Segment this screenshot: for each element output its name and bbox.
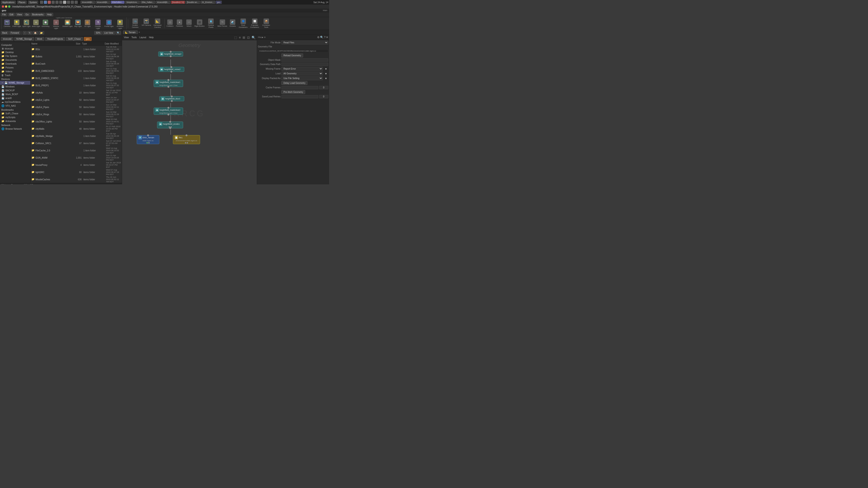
props-displaypacked-arrow[interactable]: ▼ xyxy=(324,77,328,80)
camera-tool[interactable]: 📷 Camera xyxy=(2,19,11,30)
ne-icon-zoom-in[interactable]: 🔍 xyxy=(251,36,256,39)
help-menu[interactable]: Help xyxy=(46,13,53,16)
distant-light-tool[interactable]: 🌅 Distant Light xyxy=(62,19,73,30)
sidebar-item-scifi-chase[interactable]: 📁SciFi_Chase xyxy=(0,111,30,116)
caustic-light-tool[interactable]: ⚗ Caustic Light xyxy=(92,19,103,30)
file-row[interactable]: 📁 Bullets 1,001 items folder Sun 14 Apr … xyxy=(31,53,122,60)
rigid-bodies-tool[interactable]: ⬛ Rigid Bodies xyxy=(194,19,205,28)
go-menu[interactable]: Go xyxy=(24,13,30,16)
app-icon-1[interactable] xyxy=(40,1,43,4)
sky-light-tool[interactable]: 🌄 Sky Light xyxy=(73,19,83,30)
places-menu[interactable]: Places xyxy=(17,1,27,4)
props-missingframe-arrow[interactable]: ▼ xyxy=(324,68,328,70)
minimize-window-btn[interactable] xyxy=(5,5,7,8)
app-icon-5[interactable] xyxy=(55,1,59,4)
file-row[interactable]: 📁 GUN_ANIM 1,001 items folder Sun 21 Apr… xyxy=(31,154,122,161)
file-row[interactable]: 📁 cityWalls 48 items folder Fri 17 Feb 2… xyxy=(31,125,122,132)
system-menu[interactable]: Applications Places System xyxy=(1,1,38,4)
file-row[interactable]: 📁 lightSRC 80 items folder Wed 07 Aug 20… xyxy=(31,168,122,176)
file-row[interactable]: 📁 FileCache_2.0 1 item folder Wed 14 Aug… xyxy=(31,147,122,154)
node-heightfield-maskclear1[interactable]: 🏔 heightfield_maskclear1 Heightfield Lay… xyxy=(154,80,183,87)
zoom-level[interactable]: 50% xyxy=(94,31,102,35)
sidebar-item-nvme[interactable]: ▼ 💾NVME_Storage xyxy=(0,81,30,85)
node-heightfield-remap2[interactable]: 🏔 heightfield_remap2 xyxy=(158,52,183,57)
area-light-tool[interactable]: ☀ Area Light xyxy=(31,19,40,30)
sidebar-item-documents[interactable]: 📁Documents xyxy=(0,58,30,62)
spot-light-tool[interactable]: 🔦 Spot Light xyxy=(22,19,31,30)
props-missingframe-select[interactable]: Report Error xyxy=(281,67,323,71)
node-heightfield-noise2[interactable]: 🏔 heightfield_noise2 xyxy=(158,67,184,72)
ne-btn-view[interactable]: View xyxy=(123,36,130,39)
colliders-tool[interactable]: ⬡ Colliders xyxy=(165,19,175,28)
sidebar-item-cloudvideos[interactable]: ☁myCloudVideos xyxy=(0,100,30,104)
port-blur3-top[interactable] xyxy=(171,96,173,97)
props-filemode-select[interactable]: Read Files xyxy=(281,41,328,44)
sidebar-item-myscripts[interactable]: 📁myScripts xyxy=(0,116,30,119)
file-menu[interactable]: File xyxy=(1,13,7,16)
ne-icon-zoom-fit[interactable]: ⊡ xyxy=(247,36,250,39)
ne-icon-list[interactable]: ≡ xyxy=(239,36,241,39)
app-icon-9[interactable] xyxy=(71,1,74,4)
terrain-tab[interactable]: 📐 Terrain xyxy=(123,31,138,34)
props-saveloadretries-value[interactable]: 0 xyxy=(319,95,328,98)
sidebar-item-browse-network[interactable]: 🌐Browse Network xyxy=(0,127,30,131)
props-load-arrow[interactable]: ▼ xyxy=(324,72,328,75)
file-row[interactable]: 📁 houseProxy 4 items folder Sat 26 Jan 2… xyxy=(31,161,122,168)
app-icon-8[interactable] xyxy=(67,1,70,4)
sidebar-item-workbckp[interactable]: 💾Work_BCKP xyxy=(0,92,30,96)
system-menu-item[interactable]: System xyxy=(28,1,38,4)
file-row[interactable]: 📁 BUS_PREP1 1 item folder Sun 11 Aug 201… xyxy=(31,82,122,89)
node-heightfield-erode1[interactable]: 🏔 heightfield_erode1 xyxy=(157,122,183,128)
props-cacheframes-value[interactable]: 0 xyxy=(319,86,328,89)
maximize-window-btn[interactable] xyxy=(8,5,10,8)
window-tab-5[interactable]: Elite_Fallen... xyxy=(141,1,156,4)
port-erode1-bottom[interactable] xyxy=(169,127,171,129)
ne-btn-layout[interactable]: Layout xyxy=(138,36,147,39)
file-row[interactable]: 📁 BusCrash 1 item folder Sat 10 Aug 2019… xyxy=(31,60,122,67)
file-row[interactable]: 📁 cityExt_Pipes 50 items folder Sun 24 M… xyxy=(31,103,122,111)
loc-work[interactable]: Work xyxy=(35,37,44,41)
app-icon-6[interactable] xyxy=(59,1,62,4)
props-saveloadretries-slider[interactable] xyxy=(281,95,318,98)
container-tools-tool[interactable]: 📦 Container Tools xyxy=(260,18,272,29)
sidebar-item-videos[interactable]: 📁Videos xyxy=(0,70,30,73)
ne-btn-tools[interactable]: Tools xyxy=(131,36,138,39)
props-delayload-btn[interactable]: Delay Load Geometry xyxy=(281,81,307,85)
props-cacheframes-slider[interactable] xyxy=(281,86,318,89)
app-icon-4[interactable] xyxy=(52,1,55,4)
app-icon-3[interactable] xyxy=(48,1,51,4)
wire-forces-tool[interactable]: 〜 Wire Forces xyxy=(217,19,228,28)
sidebar-item-filesystem[interactable]: 📁File System xyxy=(0,54,30,58)
up-btn[interactable]: ↑ xyxy=(23,31,27,35)
port-env-top[interactable] xyxy=(147,134,149,136)
close-window-btn[interactable] xyxy=(2,5,4,8)
point-light-tool[interactable]: 💡 Point Light xyxy=(12,19,22,30)
refresh-btn[interactable]: ↻ xyxy=(27,31,32,35)
bookmarks-menu[interactable]: Bookmarks xyxy=(31,13,45,16)
sidebar-item-windows[interactable]: 💾Windows xyxy=(0,85,30,89)
loc-nvme[interactable]: NVME_Storage xyxy=(14,37,34,41)
props-load-select[interactable]: All Geometry xyxy=(281,72,323,75)
window-tab-2[interactable]: tricecold@t... xyxy=(96,1,110,4)
oceans-tool[interactable]: 🌊 Oceans xyxy=(228,19,237,28)
port-maskclear1-bottom[interactable] xyxy=(167,86,169,88)
file-row[interactable]: 📁 cityExt_Lights 50 items folder Mon 24 … xyxy=(31,96,122,103)
port-maskclear2-top[interactable] xyxy=(167,107,169,109)
sidebar-item-vfxnas[interactable]: 🌐VFX_NAS xyxy=(0,104,30,108)
portal-light-tool[interactable]: 🌐 Portal Light xyxy=(104,19,114,30)
file-row[interactable]: 📁 cityWalls_Wedge 1 item folder Tue 09 A… xyxy=(31,132,122,140)
window-tab-3[interactable]: EliteFallen... xyxy=(111,1,125,4)
ne-btn-help[interactable]: Help xyxy=(148,36,155,39)
window-tab-4[interactable]: SimpleScre... xyxy=(125,1,140,4)
sidebar-item-antoaneta[interactable]: 📁Antoaneta xyxy=(0,119,30,123)
file-row[interactable]: 📁 cityAds 10 items folder Sat 13 Apr 201… xyxy=(31,89,122,96)
window-tab-houdini[interactable]: [houdini17.5] xyxy=(171,1,185,4)
props-reload-btn[interactable]: Reload Geometry xyxy=(281,54,303,57)
props-help-icon[interactable]: ? xyxy=(324,36,326,39)
port-remap2-bottom[interactable] xyxy=(170,55,172,57)
home-btn[interactable]: 🏠 xyxy=(33,31,38,35)
view-menu[interactable]: View xyxy=(16,13,23,16)
app-icon-7[interactable] xyxy=(63,1,66,4)
ne-icon-select[interactable]: ⬚ xyxy=(234,36,238,39)
sidebar-item-araid0[interactable]: 💾araid0 xyxy=(0,96,30,100)
